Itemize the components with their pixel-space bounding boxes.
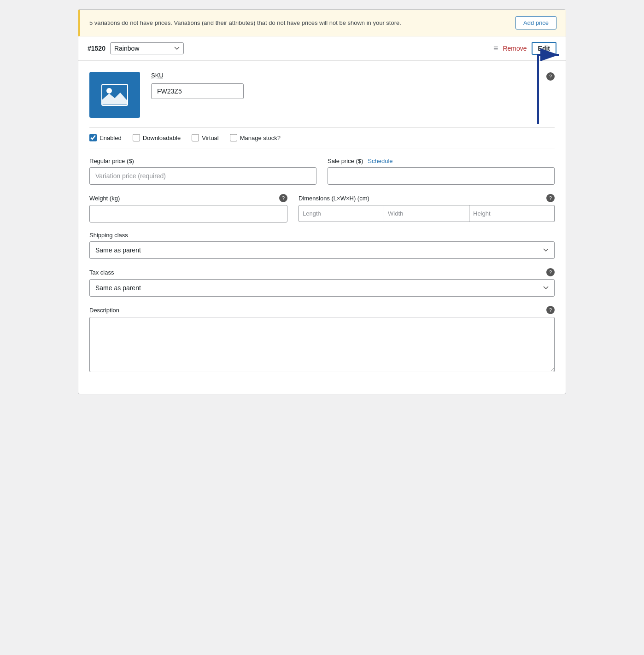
virtual-checkbox[interactable] xyxy=(192,134,199,141)
description-label: Description xyxy=(89,307,119,314)
tax-class-group: Tax class ? Same as parent Standard Redu… xyxy=(89,268,555,297)
downloadable-label: Downloadable xyxy=(143,135,181,141)
weight-group: Weight (kg) ? xyxy=(89,194,287,222)
image-icon xyxy=(101,82,129,108)
manage-stock-label: Manage stock? xyxy=(240,135,281,141)
alert-banner: 5 variations do not have prices. Variati… xyxy=(78,10,566,36)
enabled-label: Enabled xyxy=(100,135,122,141)
dimensions-help-icon[interactable]: ? xyxy=(546,194,555,202)
enabled-checkbox-label[interactable]: Enabled xyxy=(89,134,122,141)
virtual-label: Virtual xyxy=(202,135,219,141)
width-input[interactable] xyxy=(384,205,469,222)
alert-message: 5 variations do not have prices. Variati… xyxy=(89,18,401,28)
length-input[interactable] xyxy=(299,205,384,222)
downloadable-checkbox-label[interactable]: Downloadable xyxy=(133,134,181,141)
sale-price-input[interactable] xyxy=(328,167,555,185)
variation-image[interactable] xyxy=(89,72,140,118)
dimensions-label: Dimensions (L×W×H) (cm) xyxy=(299,195,369,202)
sku-input[interactable] xyxy=(151,83,244,99)
regular-price-group: Regular price ($) xyxy=(89,158,316,185)
weight-input[interactable] xyxy=(89,205,287,222)
svg-point-2 xyxy=(106,88,112,94)
price-row: Regular price ($) Sale price ($) Schedul… xyxy=(89,158,555,185)
tax-class-help-icon[interactable]: ? xyxy=(546,268,555,276)
weight-dim-row: Weight (kg) ? Dimensions (L×W×H) (cm) ? xyxy=(89,194,555,222)
schedule-link[interactable]: Schedule xyxy=(368,158,392,164)
manage-stock-checkbox[interactable] xyxy=(230,134,237,141)
tax-class-label: Tax class xyxy=(89,269,114,276)
sku-section: SKU ? xyxy=(151,72,555,99)
tax-class-select[interactable]: Same as parent Standard Reduced rate Zer… xyxy=(89,279,555,297)
downloadable-checkbox[interactable] xyxy=(133,134,140,141)
height-input[interactable] xyxy=(469,205,555,222)
enabled-checkbox[interactable] xyxy=(89,134,97,141)
checkboxes-row: Enabled Downloadable Virtual Manage stoc… xyxy=(89,127,555,148)
weight-help-icon[interactable]: ? xyxy=(279,194,287,202)
edit-button[interactable]: Edit xyxy=(532,42,556,55)
variation-color-select[interactable]: Rainbow xyxy=(110,42,184,54)
shipping-class-group: Shipping class Same as parent No shippin… xyxy=(89,232,555,259)
drag-handle-icon[interactable]: ≡ xyxy=(493,44,498,53)
variation-body: SKU ? Enabled Downloadable Virtual xyxy=(78,61,566,394)
regular-price-label: Regular price ($) xyxy=(89,158,316,164)
variation-id: #1520 xyxy=(88,45,105,52)
regular-price-input[interactable] xyxy=(89,167,316,185)
description-textarea[interactable] xyxy=(89,317,555,372)
shipping-class-select[interactable]: Same as parent No shipping class Standar… xyxy=(89,241,555,259)
shipping-class-label: Shipping class xyxy=(89,232,555,239)
variation-header: #1520 Rainbow ≡ Remove Edit xyxy=(78,36,566,61)
sku-label: SKU xyxy=(151,72,164,79)
remove-button[interactable]: Remove xyxy=(503,45,527,52)
dimensions-group: Dimensions (L×W×H) (cm) ? xyxy=(299,194,555,222)
sale-price-group: Sale price ($) Schedule xyxy=(328,158,555,185)
dimension-inputs xyxy=(299,205,555,222)
weight-label: Weight (kg) xyxy=(89,195,120,202)
virtual-checkbox-label[interactable]: Virtual xyxy=(192,134,219,141)
sku-help-icon[interactable]: ? xyxy=(546,72,555,81)
add-price-button[interactable]: Add price xyxy=(515,16,556,29)
manage-stock-checkbox-label[interactable]: Manage stock? xyxy=(230,134,281,141)
sale-price-label: Sale price ($) Schedule xyxy=(328,158,555,164)
description-help-icon[interactable]: ? xyxy=(546,306,555,314)
top-row: SKU ? xyxy=(89,72,555,118)
description-group: Description ? xyxy=(89,306,555,374)
